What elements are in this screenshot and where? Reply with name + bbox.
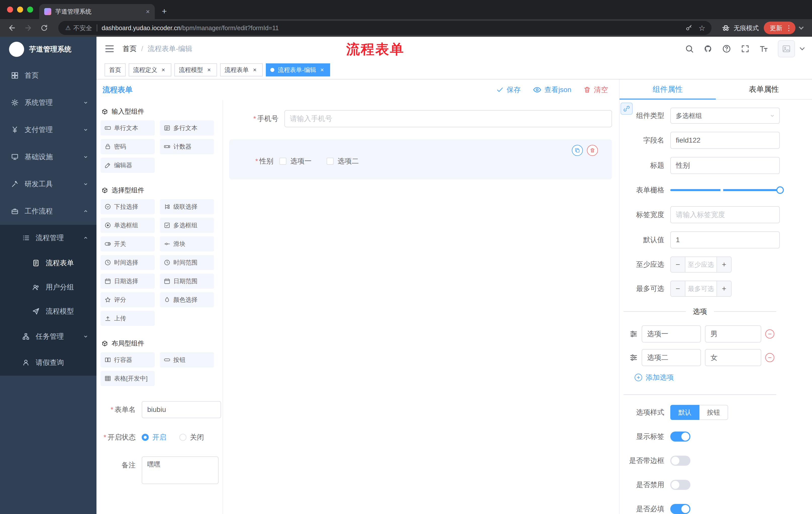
browser-update-button[interactable]: 更新 ⋮ bbox=[764, 22, 795, 34]
avatar-caret-icon[interactable] bbox=[800, 45, 805, 50]
gender-option-1[interactable]: 选项一 bbox=[279, 156, 312, 166]
palette-item-upload[interactable]: 上传 bbox=[100, 311, 155, 326]
save-button[interactable]: 保存 bbox=[496, 85, 521, 94]
min-select-input[interactable] bbox=[685, 257, 717, 272]
phone-input[interactable] bbox=[284, 110, 612, 127]
form-remark-textarea[interactable]: 嘿嘿 bbox=[142, 456, 219, 484]
gender-field-selected-item[interactable]: *性别 选项一 选项二 bbox=[229, 139, 612, 180]
show-label-toggle[interactable] bbox=[670, 432, 690, 441]
palette-item-rate[interactable]: 评分 bbox=[100, 292, 155, 307]
checkbox[interactable] bbox=[279, 158, 286, 165]
remove-option-button[interactable]: − bbox=[765, 329, 774, 339]
border-toggle[interactable] bbox=[670, 456, 690, 466]
sidebar-item-process-model[interactable]: 流程模型 bbox=[0, 299, 96, 323]
avatar[interactable] bbox=[778, 40, 795, 57]
sidebar-item-process-form[interactable]: 流程表单 bbox=[0, 251, 96, 275]
decrease-button[interactable]: − bbox=[671, 257, 685, 272]
label-width-input[interactable] bbox=[670, 206, 780, 223]
title-input[interactable] bbox=[670, 157, 780, 174]
max-select-input[interactable] bbox=[685, 281, 717, 296]
sidebar-item-dev-tools[interactable]: 研发工具 bbox=[0, 170, 96, 198]
sidebar-logo[interactable]: 芋道管理系统 bbox=[0, 37, 96, 62]
style-default-button[interactable]: 默认 bbox=[670, 405, 699, 420]
tag-home[interactable]: 首页 bbox=[105, 63, 126, 77]
reload-button[interactable] bbox=[37, 21, 51, 35]
tag-close-icon[interactable]: × bbox=[205, 66, 212, 74]
option-label-input[interactable] bbox=[642, 325, 701, 343]
sidebar-item-leave-query[interactable]: 请假查询 bbox=[0, 350, 96, 376]
tag-close-icon[interactable]: × bbox=[251, 66, 258, 74]
palette-item-counter[interactable]: 计数器 bbox=[160, 139, 214, 154]
field-name-input[interactable] bbox=[670, 132, 780, 149]
palette-item-time-range[interactable]: 时间范围 bbox=[160, 255, 214, 270]
palette-item-radio-group[interactable]: 单选框组 bbox=[100, 218, 155, 233]
sidebar-item-infrastructure[interactable]: 基础设施 bbox=[0, 143, 96, 170]
tag-process-form[interactable]: 流程表单 × bbox=[220, 63, 263, 77]
sidebar-item-process-management[interactable]: 流程管理 bbox=[0, 225, 96, 251]
slider-handle[interactable] bbox=[776, 186, 784, 194]
palette-item-single-line-text[interactable]: 单行文本 bbox=[100, 120, 155, 136]
sidebar-item-payment[interactable]: 支付管理 bbox=[0, 116, 96, 143]
delete-field-button[interactable] bbox=[587, 145, 598, 156]
bookmark-star-button[interactable]: ☆ bbox=[695, 21, 708, 34]
palette-item-checkbox-group[interactable]: 多选框组 bbox=[160, 218, 214, 233]
form-canvas[interactable]: *手机号 *性别 bbox=[223, 100, 619, 514]
tag-process-form-edit[interactable]: 流程表单-编辑 × bbox=[266, 63, 330, 77]
tag-close-icon[interactable]: × bbox=[160, 66, 167, 74]
zoom-window-button[interactable] bbox=[27, 6, 33, 12]
browser-tab[interactable]: 芋道管理系统 × bbox=[39, 4, 155, 19]
github-icon[interactable] bbox=[703, 44, 713, 53]
palette-item-slider[interactable]: 滑块 bbox=[160, 236, 214, 251]
clear-button[interactable]: 清空 bbox=[583, 85, 608, 94]
view-json-button[interactable]: 查看json bbox=[533, 85, 571, 94]
drag-handle-icon[interactable] bbox=[630, 354, 638, 361]
tab-close-icon[interactable]: × bbox=[146, 8, 150, 16]
tab-form-props[interactable]: 表单属性 bbox=[716, 79, 812, 99]
address-bar[interactable]: ⚠ 不安全 dashboard.yudao.iocoder.cn /bpm/ma… bbox=[58, 21, 712, 35]
palette-item-password[interactable]: 密码 bbox=[100, 139, 155, 154]
palette-item-date-picker[interactable]: 日期选择 bbox=[100, 274, 155, 289]
phone-field-row[interactable]: *手机号 bbox=[229, 110, 612, 127]
component-type-select[interactable]: 多选框组 bbox=[670, 108, 780, 124]
option-label-input[interactable] bbox=[642, 349, 701, 366]
palette-item-table[interactable]: 表格[开发中] bbox=[100, 371, 155, 386]
tag-process-model[interactable]: 流程模型 × bbox=[174, 63, 217, 77]
link-button[interactable] bbox=[620, 103, 633, 115]
default-value-input[interactable] bbox=[670, 231, 780, 248]
new-tab-button[interactable]: + bbox=[162, 6, 167, 16]
tag-close-icon[interactable]: × bbox=[319, 66, 326, 74]
palette-item-editor[interactable]: 编辑器 bbox=[100, 158, 155, 173]
remove-option-button[interactable]: − bbox=[765, 353, 774, 362]
tag-process-definition[interactable]: 流程定义 × bbox=[128, 63, 171, 77]
palette-item-select[interactable]: 下拉选择 bbox=[100, 199, 155, 214]
fullscreen-icon[interactable] bbox=[741, 44, 750, 53]
security-label[interactable]: 不安全 bbox=[74, 24, 92, 32]
increase-button[interactable]: + bbox=[717, 281, 731, 296]
form-grid-slider[interactable] bbox=[670, 189, 780, 191]
form-name-input[interactable] bbox=[142, 401, 221, 418]
style-button-button[interactable]: 按钮 bbox=[699, 405, 728, 420]
font-size-icon[interactable] bbox=[759, 44, 768, 53]
hamburger-icon[interactable] bbox=[105, 44, 115, 54]
sidebar-item-workflow[interactable]: 工作流程 bbox=[0, 198, 96, 225]
required-toggle[interactable] bbox=[670, 504, 690, 514]
palette-item-row-container[interactable]: 行容器 bbox=[100, 352, 155, 368]
add-option-button[interactable]: + 添加选项 bbox=[635, 373, 780, 382]
sidebar-item-user-group[interactable]: 用户分组 bbox=[0, 275, 96, 299]
palette-item-cascader[interactable]: 级联选择 bbox=[160, 199, 214, 214]
status-radio-off[interactable]: 关闭 bbox=[179, 433, 204, 442]
minimize-window-button[interactable] bbox=[17, 6, 23, 12]
close-window-button[interactable] bbox=[7, 6, 13, 12]
sidebar-item-system[interactable]: 系统管理 bbox=[0, 89, 96, 116]
checkbox[interactable] bbox=[327, 158, 334, 165]
status-radio-on[interactable]: 开启 bbox=[142, 433, 166, 442]
option-value-input[interactable] bbox=[705, 325, 761, 343]
palette-item-time-picker[interactable]: 时间选择 bbox=[100, 255, 155, 270]
toolbar-caret-icon[interactable] bbox=[799, 25, 804, 30]
option-value-input[interactable] bbox=[705, 349, 761, 366]
breadcrumb-home[interactable]: 首页 bbox=[123, 44, 137, 54]
password-manager-button[interactable] bbox=[683, 21, 695, 34]
sidebar-item-home[interactable]: 首页 bbox=[0, 62, 96, 89]
search-icon[interactable] bbox=[685, 44, 694, 53]
disabled-toggle[interactable] bbox=[670, 480, 690, 490]
